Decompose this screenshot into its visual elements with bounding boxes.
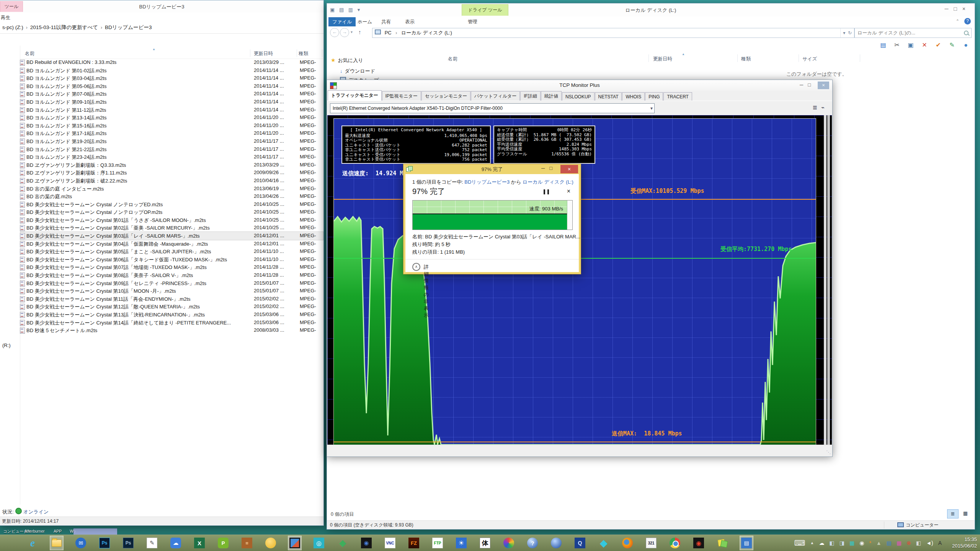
- tab-manage[interactable]: 管理: [464, 17, 481, 27]
- column-date[interactable]: 更新日時: [254, 51, 273, 57]
- BD ヨルムンガンド 第19-20話.m2ts[interactable]: BD ヨルムンガンド 第19-20話.m2ts 2014/11/17 ... M…: [20, 137, 323, 145]
- photoshop-icon[interactable]: Ps: [98, 536, 111, 550]
- mpc-icon[interactable]: 321: [645, 536, 658, 550]
- BD ヨルムンガンド 第09-10話.m2ts[interactable]: BD ヨルムンガンド 第09-10話.m2ts 2014/11/14 ... M…: [20, 98, 323, 106]
- breadcrumb[interactable]: s-pc) (Z:)›2015-03-11以降の更新すべて›BDリップムービー3: [0, 22, 323, 34]
- disc-app-icon[interactable]: ◎: [312, 536, 325, 550]
- details-view-button[interactable]: ≣: [947, 509, 959, 518]
- network-plug-a-icon[interactable]: ◧: [829, 540, 834, 546]
- delete-icon[interactable]: ✕: [920, 40, 929, 50]
- close-button[interactable]: ×: [962, 6, 971, 12]
- BD ヨルムンガンド 第17-18話.m2ts[interactable]: BD ヨルムンガンド 第17-18話.m2ts 2014/11/20 ... M…: [20, 129, 323, 137]
- history-dropdown-icon[interactable]: ▾: [351, 30, 353, 34]
- monitor-tab[interactable]: TRACERT: [663, 92, 692, 101]
- minimize-button[interactable]: ─: [541, 165, 549, 171]
- title-bar[interactable]: TCP Monitor Plus ─□ ×: [327, 80, 832, 91]
- desktop-icon-app[interactable]: APP: [54, 529, 62, 533]
- monitor-tray-icon[interactable]: ▤: [887, 540, 892, 546]
- cube-app-icon[interactable]: ◆: [597, 536, 610, 550]
- address-dropdown-icon[interactable]: ▾: [843, 30, 845, 36]
- error-tray-icon[interactable]: ⊗: [906, 540, 911, 546]
- excel-icon[interactable]: X: [193, 536, 206, 550]
- monitor-tab[interactable]: PING: [645, 92, 663, 101]
- monitor-tab[interactable]: 統計値: [541, 91, 562, 101]
- vnc-icon[interactable]: VNC: [384, 536, 397, 550]
- maximize-button[interactable]: □: [549, 165, 557, 171]
- title-bar[interactable]: ▣ ▤ ▥ ▾ ドライブ ツール ローカル ディスク (L:) ─□×: [327, 3, 975, 16]
- column-name[interactable]: 名前: [448, 56, 457, 62]
- monitor-tab[interactable]: パケットフィルター: [471, 91, 520, 101]
- color-tray-icon[interactable]: ▩: [897, 540, 902, 546]
- BD Rebuild of EVANGELION : 3.33.m2ts[interactable]: BD Rebuild of EVANGELION : 3.33.m2ts 201…: [20, 59, 323, 67]
- firefox-icon[interactable]: [621, 536, 634, 550]
- list-icon[interactable]: ≣: [812, 104, 821, 111]
- contextual-tab-tools[interactable]: ツール: [0, 1, 23, 12]
- BD ヨルムンガンド 第13-14話.m2ts[interactable]: BD ヨルムンガンド 第13-14話.m2ts 2014/11/20 ... M…: [20, 114, 323, 122]
- personal-app-icon[interactable]: P: [217, 536, 230, 550]
- monitor-tab[interactable]: トラフィックモニター: [328, 90, 382, 101]
- up-button[interactable]: ↑: [358, 29, 361, 35]
- column-type[interactable]: 種類: [741, 56, 751, 62]
- BD ヨルムンガンド 第11-12話.m2ts[interactable]: BD ヨルムンガンド 第11-12話.m2ts 2014/11/14 ... M…: [20, 106, 323, 114]
- help-icon[interactable]: ?: [964, 18, 971, 24]
- BD 美少女戦士セーラームーン Crystal 第10話「MOON -月-」.m2ts[interactable]: BD 美少女戦士セーラームーン Crystal 第10話「MOON -月-」.m…: [20, 287, 323, 295]
- books-app-icon[interactable]: ≡: [240, 536, 253, 550]
- BD 美少女戦士セーラームーン Crystal 第05話「まこと -SAILOR JUPITER-」.m2ts[interactable]: BD 美少女戦士セーラームーン Crystal 第05話「まこと -SAILOR…: [20, 248, 323, 256]
- title-bar[interactable]: ツール BDリップムービー3: [0, 0, 323, 13]
- BD 美少女戦士セーラームーン Crystal 第03話「レイ -SAILOR MARS-」.m2ts[interactable]: BD 美少女戦士セーラームーン Crystal 第03話「レイ -SAILOR …: [20, 232, 323, 240]
- desktop-icon-afterburner[interactable]: Afterburner: [24, 529, 45, 533]
- BD ヱヴァンゲリヲン新劇場版：Q3.33.m2ts[interactable]: BD ヱヴァンゲリヲン新劇場版：Q3.33.m2ts 2013/03/29 ..…: [20, 161, 323, 169]
- info-icon[interactable]: ●: [961, 40, 971, 50]
- maximize-button[interactable]: □: [954, 6, 962, 12]
- network-plug-b-icon[interactable]: ◨: [840, 540, 844, 546]
- cancel-button[interactable]: ×: [567, 188, 570, 195]
- BD 美少女戦士セーラームーン Crystal 第14話「終結そして始まり -PETITE ETRANGERE...[interactable]: BD 美少女戦士セーラームーン Crystal 第14話「終結そして始まり -P…: [20, 319, 323, 327]
- ime-mini-icon[interactable]: A: [938, 540, 942, 546]
- sidebar-item-favorites[interactable]: ★お気に入り: [331, 57, 363, 64]
- chocobo-icon[interactable]: [264, 536, 277, 550]
- remote-tray-icon[interactable]: ▦: [849, 540, 854, 546]
- photoshop2-icon[interactable]: Ps: [122, 536, 135, 550]
- refresh-icon[interactable]: ↻: [848, 30, 852, 36]
- cloud-app-icon[interactable]: ☁: [169, 536, 182, 550]
- mouse-tray-icon[interactable]: ◉: [859, 540, 864, 546]
- thumbnail-view-button[interactable]: ▦: [960, 509, 971, 518]
- papers-app-icon[interactable]: [716, 536, 729, 550]
- bzdata-icon[interactable]: ◉: [360, 536, 373, 550]
- start-button[interactable]: [2, 536, 15, 550]
- BD ヨルムンガンド 第03-04話.m2ts[interactable]: BD ヨルムンガンド 第03-04話.m2ts 2014/11/14 ... M…: [20, 74, 323, 82]
- BD 美少女戦士セーラームーン Crystal 第12話「敵-QUEEN METARIA-」.m2ts[interactable]: BD 美少女戦士セーラームーン Crystal 第12話「敵-QUEEN MET…: [20, 303, 323, 311]
- gem-app-icon[interactable]: ◆: [336, 536, 349, 550]
- tab-play[interactable]: 再生: [0, 14, 13, 22]
- forward-button[interactable]: →: [340, 28, 349, 37]
- BD 美少女戦士セーラームーン Crystal 第09話「セレニティ -PRINCESS-」.m2ts[interactable]: BD 美少女戦士セーラームーン Crystal 第09話「セレニティ -PRIN…: [20, 279, 323, 287]
- BD ヨルムンガンド 第23-24話.m2ts[interactable]: BD ヨルムンガンド 第23-24話.m2ts 2014/11/17 ... M…: [20, 153, 323, 161]
- globe-app-icon[interactable]: [550, 536, 563, 550]
- paint-tool-icon[interactable]: ✎: [145, 536, 158, 550]
- monitor-tab[interactable]: セッションモニター: [421, 91, 470, 101]
- BD ヨルムンガンド 第07-08話.m2ts[interactable]: BD ヨルムンガンド 第07-08話.m2ts 2014/11/14 ... M…: [20, 90, 323, 98]
- upload-tray-icon[interactable]: ▲: [876, 540, 882, 546]
- sidebar-item-downloads[interactable]: ↓ダウンロード: [340, 68, 375, 75]
- BD 美少女戦士セーラームーン Crystal ノンテロップOP.m2ts[interactable]: BD 美少女戦士セーラームーン Crystal ノンテロップOP.m2ts 20…: [20, 208, 323, 216]
- maximize-button[interactable]: □: [808, 82, 815, 88]
- explorer-icon[interactable]: [50, 536, 64, 550]
- tab-view[interactable]: 表示: [401, 17, 418, 27]
- BD ヨルムンガンド 第01-02話.m2ts[interactable]: BD ヨルムンガンド 第01-02話.m2ts 2014/11/14 ... M…: [20, 67, 323, 75]
- BD 美少女戦士セーラームーン Crystal 第07話「地場衛 -TUXEDO MASK-」.m2ts[interactable]: BD 美少女戦士セーラームーン Crystal 第07話「地場衛 -TUXEDO…: [20, 263, 323, 271]
- close-button[interactable]: ×: [560, 165, 578, 173]
- sphere-app-icon[interactable]: [502, 536, 515, 550]
- tab-home[interactable]: ホーム: [354, 17, 376, 27]
- cloud-tray-icon[interactable]: ☁: [819, 540, 824, 546]
- BD ヱヴァンゲリヲン新劇場版：序1.11.m2ts[interactable]: BD ヱヴァンゲリヲン新劇場版：序1.11.m2ts 2009/09/26 ..…: [20, 169, 323, 177]
- column-type[interactable]: 種類: [299, 51, 308, 57]
- confirm-icon[interactable]: ✔: [933, 40, 943, 50]
- BD 美少女戦士セーラームーン Crystal 第01話「うさぎ -SAILOR MOON-」.m2ts[interactable]: BD 美少女戦士セーラームーン Crystal 第01話「うさぎ -SAILOR…: [20, 216, 323, 224]
- taskbar-clock[interactable]: 15:35 2015/06/02: [952, 536, 977, 549]
- resize-grip[interactable]: ⋱: [826, 450, 831, 455]
- BD 言の葉の庭.m2ts[interactable]: BD 言の葉の庭.m2ts 2013/04/26 ... MPEG-: [20, 192, 323, 201]
- copy-icon[interactable]: ▣: [906, 40, 916, 50]
- source-link[interactable]: BDリップムービー3: [464, 179, 510, 185]
- BD 秒速５センチメートル.m2ts[interactable]: BD 秒速５センチメートル.m2ts 2008/03/03 ... MPEG-: [20, 326, 323, 334]
- monitor-tab[interactable]: NETSTAT: [595, 92, 622, 101]
